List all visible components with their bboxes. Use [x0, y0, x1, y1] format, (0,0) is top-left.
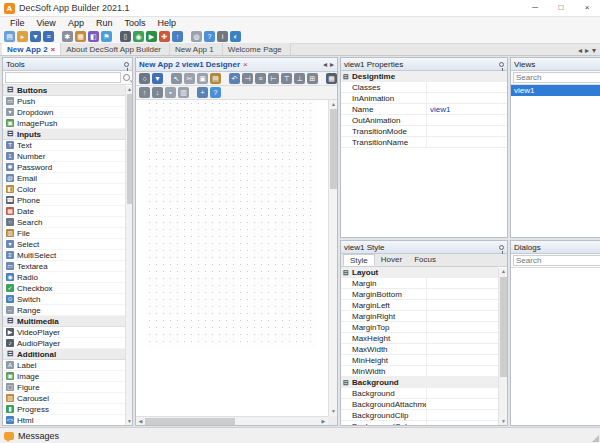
tool-item[interactable]: ⊟ Buttons: [3, 85, 125, 96]
menu-item[interactable]: Run: [90, 18, 119, 28]
view-zoom-icon[interactable]: ○: [139, 73, 150, 84]
MinHeight[interactable]: MinHeight: [341, 355, 498, 366]
tool-item[interactable]: T Text: [3, 140, 125, 151]
style-value[interactable]: [427, 421, 498, 425]
group-collapse-icon[interactable]: [341, 355, 351, 365]
status-bar[interactable]: Messages: [0, 427, 600, 443]
pin-icon[interactable]: [124, 62, 129, 67]
align-right-icon[interactable]: ⊢: [268, 73, 279, 84]
group-collapse-icon[interactable]: [341, 322, 351, 332]
tool-item[interactable]: ▾ Select: [3, 239, 125, 250]
group-collapse-icon[interactable]: [341, 104, 351, 114]
designer-tab-close-icon[interactable]: ×: [243, 60, 248, 69]
tools-search-input[interactable]: [5, 72, 121, 83]
MaxWidth[interactable]: MaxWidth: [341, 344, 498, 355]
tab-list-icon[interactable]: ▾: [592, 46, 596, 55]
debug-app-icon[interactable]: ✚: [159, 31, 170, 42]
tab-scroll-left-icon[interactable]: ◂: [578, 46, 582, 55]
group-collapse-icon[interactable]: [341, 421, 351, 425]
designer-tab[interactable]: New App 2 view1 Designer: [139, 60, 240, 69]
save-view-icon[interactable]: ▼: [152, 73, 163, 84]
BackgroundClip[interactable]: BackgroundClip: [341, 410, 498, 421]
resize-grip-icon[interactable]: [592, 435, 599, 442]
align-top-icon[interactable]: ⊤: [281, 73, 292, 84]
scroll-up-icon[interactable]: ▲: [126, 86, 133, 93]
menu-item[interactable]: App: [62, 18, 90, 28]
BackgroundAttachment[interactable]: BackgroundAttachment: [341, 399, 498, 410]
group-collapse-icon[interactable]: [341, 93, 351, 103]
app-languages-icon[interactable]: ⚑: [101, 31, 112, 42]
app-files-icon[interactable]: ▦: [75, 31, 86, 42]
Classes[interactable]: Classes: [341, 82, 507, 93]
property-value[interactable]: [427, 93, 507, 103]
copy-control-icon[interactable]: ▣: [197, 73, 208, 84]
canvas-vscrollbar[interactable]: ▲ ▼: [328, 100, 337, 416]
Designtime[interactable]: ⊟ Designtime: [341, 71, 507, 82]
save-all-icon[interactable]: ≡: [43, 31, 54, 42]
tool-item[interactable]: ▢ Figure: [3, 382, 125, 393]
menu-item[interactable]: View: [31, 18, 62, 28]
views-search-input[interactable]: [513, 72, 600, 83]
tool-item[interactable]: ▭ Textarea: [3, 261, 125, 272]
tool-item[interactable]: ▥ File: [3, 228, 125, 239]
style-value[interactable]: [424, 377, 499, 387]
scroll-down-icon[interactable]: ▼: [499, 418, 508, 425]
group-collapse-icon[interactable]: [341, 289, 351, 299]
same-size-icon[interactable]: ⊞: [307, 73, 318, 84]
group-collapse-icon[interactable]: [341, 410, 351, 420]
group-collapse-icon[interactable]: [341, 366, 351, 376]
design-canvas[interactable]: ▲ ▼ ◀ ▶: [136, 100, 337, 425]
style-value[interactable]: [427, 311, 498, 321]
designer-scroll-left-icon[interactable]: ◂: [323, 60, 327, 69]
view-list-item[interactable]: view1: [511, 85, 600, 96]
tool-item[interactable]: ▶ VideoPlayer: [3, 327, 125, 338]
tool-item[interactable]: A Label: [3, 360, 125, 371]
app-tab[interactable]: About DecSoft App Builder: [61, 43, 170, 55]
style-value[interactable]: [427, 366, 498, 376]
style-tab[interactable]: Focus: [408, 254, 442, 266]
tool-item[interactable]: ○ Search: [3, 217, 125, 228]
group-collapse-icon[interactable]: [341, 300, 351, 310]
tool-item[interactable]: ◧ Color: [3, 184, 125, 195]
designer-help-icon[interactable]: ?: [210, 87, 221, 98]
select-mode-icon[interactable]: ↖: [171, 73, 182, 84]
tool-item[interactable]: ♪ AudioPlayer: [3, 338, 125, 349]
pin-icon[interactable]: [499, 245, 504, 250]
property-value[interactable]: [427, 82, 507, 92]
app-tab[interactable]: New App 2 ×: [2, 43, 61, 55]
save-app-icon[interactable]: ▼: [30, 31, 41, 42]
tool-item[interactable]: ▮ Progress: [3, 404, 125, 415]
new-app-icon[interactable]: ▤: [4, 31, 15, 42]
style-tab[interactable]: Style: [343, 254, 375, 266]
app-themes-icon[interactable]: ◧: [88, 31, 99, 42]
canvas-hscrollbar[interactable]: ◀ ▶: [136, 416, 328, 425]
scrollbar-thumb[interactable]: [145, 418, 235, 425]
tool-item[interactable]: ⊟ Inputs: [3, 129, 125, 140]
style-value[interactable]: [427, 322, 498, 332]
about-icon[interactable]: i: [217, 31, 228, 42]
zoom-in-icon[interactable]: +: [197, 87, 208, 98]
bring-front-icon[interactable]: ↑: [139, 87, 150, 98]
group-collapse-icon[interactable]: ⊟: [341, 267, 351, 277]
tab-scroll-right-icon[interactable]: ▸: [585, 46, 589, 55]
group-collapse-icon[interactable]: [341, 126, 351, 136]
tool-item[interactable]: ▦ Date: [3, 206, 125, 217]
scroll-right-icon[interactable]: ▶: [319, 417, 328, 425]
style-value[interactable]: [427, 300, 498, 310]
MinWidth[interactable]: MinWidth: [341, 366, 498, 377]
send-back-icon[interactable]: ↓: [152, 87, 163, 98]
property-value[interactable]: [427, 115, 507, 125]
OutAnimation[interactable]: OutAnimation: [341, 115, 507, 126]
designer-scroll-right-icon[interactable]: ▸: [330, 60, 334, 69]
tool-item[interactable]: ▥ Carousel: [3, 393, 125, 404]
maximize-button[interactable]: □: [548, 0, 574, 16]
BackgroundColor[interactable]: BackgroundColor: [341, 421, 498, 425]
close-button[interactable]: ×: [574, 0, 600, 16]
tool-item[interactable]: ▣ Image: [3, 371, 125, 382]
property-value[interactable]: [427, 137, 507, 147]
group-collapse-icon[interactable]: [341, 115, 351, 125]
open-app-icon[interactable]: ▸: [17, 31, 28, 42]
tool-item[interactable]: <> Html: [3, 415, 125, 425]
tool-item[interactable]: ⊟ Additional: [3, 349, 125, 360]
tool-item[interactable]: 1 Number: [3, 151, 125, 162]
